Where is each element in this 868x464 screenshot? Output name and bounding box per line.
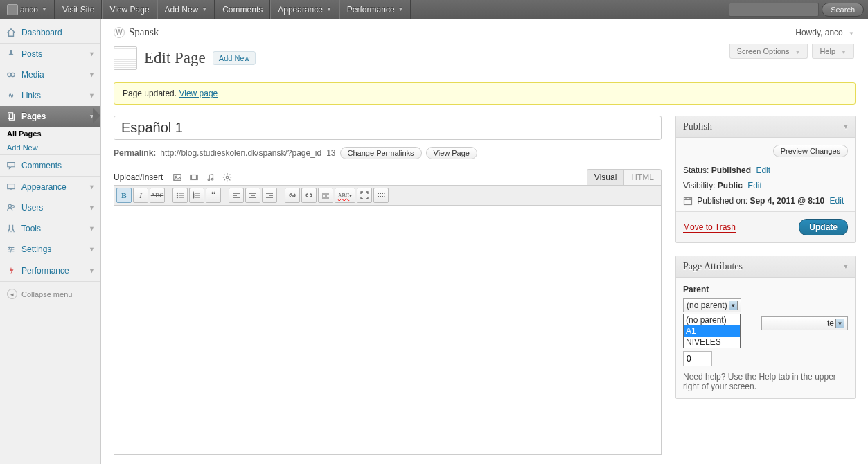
tools-icon <box>6 223 17 234</box>
attributes-help-text: Need help? Use the Help tab in the upper… <box>683 372 848 391</box>
menu-posts[interactable]: Posts ▼ <box>0 43 100 64</box>
collapse-menu[interactable]: ◂ Collapse menu <box>0 281 100 306</box>
fullscreen-button[interactable] <box>357 188 372 203</box>
page-attributes-box: Page Attributes▼ Parent (no parent) ▼ (n… <box>675 256 856 399</box>
page-icon <box>114 46 137 70</box>
publish-box: Publish▼ Preview Changes Status: Publish… <box>675 116 856 243</box>
howdy[interactable]: Howdy, anco ▼ <box>795 28 854 37</box>
adminbar-user-name: anco <box>20 5 38 15</box>
search-button[interactable]: Search <box>822 3 864 17</box>
ol-button[interactable]: 123 <box>189 188 204 203</box>
edit-status-link[interactable]: Edit <box>756 166 770 175</box>
notice-view-link[interactable]: View page <box>179 89 218 98</box>
svg-rect-24 <box>380 196 381 197</box>
adminbar-add-new[interactable]: Add New▼ <box>157 0 215 19</box>
italic-button[interactable]: I <box>133 188 148 203</box>
parent-option-noparent[interactable]: (no parent) <box>684 314 740 325</box>
order-input[interactable] <box>683 351 712 366</box>
post-title-input[interactable] <box>114 116 662 140</box>
align-left-button[interactable] <box>229 188 244 203</box>
collapse-icon: ◂ <box>7 289 17 299</box>
update-notice: Page updated. View page <box>114 82 856 105</box>
site-title[interactable]: Spansk <box>129 26 159 38</box>
parent-select[interactable]: (no parent) ▼ (no parent) A1 NIVELES <box>683 298 741 312</box>
menu-label: Pages <box>21 111 46 121</box>
template-select[interactable]: Default Template te ▼ <box>761 316 848 330</box>
menu-comments[interactable]: Comments <box>0 154 100 176</box>
adminbar-search: Search <box>725 0 868 19</box>
more-button[interactable] <box>318 188 333 203</box>
quote-button[interactable]: “ <box>206 188 221 203</box>
adminbar-user[interactable]: anco ▼ <box>0 0 55 19</box>
update-button[interactable]: Update <box>799 219 848 235</box>
tab-visual[interactable]: Visual <box>587 169 623 185</box>
add-new-button[interactable]: Add New <box>213 51 256 65</box>
svg-rect-21 <box>382 193 383 194</box>
adminbar-appearance[interactable]: Appearance▼ <box>270 0 339 19</box>
edit-visibility-link[interactable]: Edit <box>747 181 762 190</box>
content-editor[interactable] <box>114 206 662 455</box>
publish-box-title[interactable]: Publish▼ <box>676 116 855 138</box>
adminbar-comments[interactable]: Comments <box>215 0 270 19</box>
parent-option-a1[interactable]: A1 <box>684 325 740 337</box>
adminbar-performance[interactable]: Performance▼ <box>339 0 411 19</box>
bold-button[interactable]: B <box>116 188 132 203</box>
align-right-button[interactable] <box>262 188 277 203</box>
status-row: Status: Published Edit <box>683 166 848 175</box>
menu-tools[interactable]: Tools ▼ <box>0 218 100 239</box>
chevron-down-icon[interactable]: ▼ <box>842 123 849 130</box>
menu-appearance[interactable]: Appearance ▼ <box>0 176 100 197</box>
adminbar-visit-site[interactable]: Visit Site <box>55 0 102 19</box>
tab-label: Screen Options <box>737 47 790 55</box>
comments-icon <box>6 160 17 171</box>
parent-select-value[interactable]: (no parent) ▼ <box>683 298 741 312</box>
ul-button[interactable] <box>172 188 188 203</box>
screen-options-tab[interactable]: Screen Options ▼ <box>729 44 808 59</box>
media-icon <box>6 69 17 80</box>
move-to-trash-link[interactable]: Move to Trash <box>683 222 736 233</box>
add-media-icon[interactable] <box>221 171 233 184</box>
preview-changes-button[interactable]: Preview Changes <box>773 145 848 157</box>
menu-performance[interactable]: Performance ▼ <box>0 260 100 281</box>
edit-date-link[interactable]: Edit <box>830 196 844 206</box>
menu-media[interactable]: Media ▼ <box>0 64 100 85</box>
menu-label: Users <box>21 203 43 213</box>
change-permalinks-button[interactable]: Change Permalinks <box>340 147 422 159</box>
page-attributes-title[interactable]: Page Attributes▼ <box>676 256 855 278</box>
adminbar-view-page[interactable]: View Page <box>102 0 157 19</box>
strike-button[interactable]: ABC <box>150 188 165 203</box>
add-video-icon[interactable] <box>188 171 200 184</box>
editor-toolbar: B I ABC 123 “ ABC▾ <box>114 185 662 206</box>
chevron-down-icon: ▼ <box>89 204 95 211</box>
tab-html[interactable]: HTML <box>623 169 662 185</box>
kitchensink-button[interactable] <box>373 188 389 203</box>
spacer <box>411 0 725 19</box>
add-image-icon[interactable] <box>171 171 184 184</box>
menu-users[interactable]: Users ▼ <box>0 197 100 218</box>
menu-pages[interactable]: Pages ▼ <box>0 106 100 127</box>
spellcheck-button[interactable]: ABC▾ <box>335 188 355 203</box>
link-button[interactable] <box>285 188 300 203</box>
submenu-all-pages[interactable]: All Pages <box>0 127 100 141</box>
menu-settings[interactable]: Settings ▼ <box>0 239 100 260</box>
visibility-label: Visibility: <box>683 181 715 190</box>
menu-label: Tools <box>21 224 41 233</box>
avatar-icon <box>7 4 18 15</box>
calendar-icon <box>683 196 693 206</box>
menu-dashboard[interactable]: Dashboard <box>0 22 100 43</box>
svg-point-1 <box>11 73 15 76</box>
align-center-button[interactable] <box>245 188 260 203</box>
help-tab[interactable]: Help ▼ <box>812 44 854 59</box>
menu-links[interactable]: Links ▼ <box>0 85 100 106</box>
unlink-button[interactable] <box>301 188 317 203</box>
adminbar-label: Performance <box>347 5 395 15</box>
parent-option-niveles[interactable]: NIVELES <box>684 337 740 348</box>
adminbar-label: Add New <box>165 5 199 15</box>
search-input[interactable] <box>729 3 819 17</box>
settings-icon <box>6 244 17 255</box>
chevron-down-icon[interactable]: ▼ <box>842 262 849 270</box>
view-page-button[interactable]: View Page <box>426 147 477 159</box>
add-audio-icon[interactable] <box>204 171 217 184</box>
svg-point-11 <box>212 178 214 180</box>
submenu-add-new-page[interactable]: Add New <box>0 141 100 154</box>
